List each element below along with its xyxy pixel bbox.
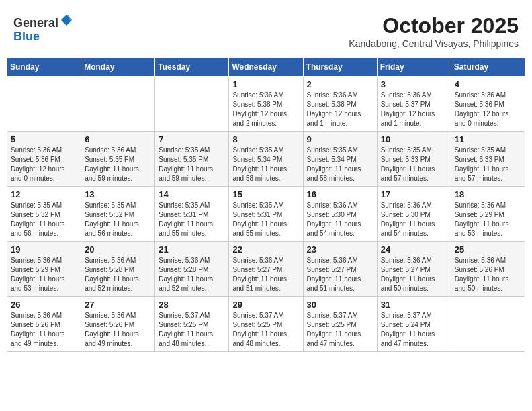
calendar-cell: 29Sunrise: 5:37 AMSunset: 5:25 PMDayligh… [229,297,303,352]
day-info: Sunrise: 5:36 AMSunset: 5:27 PMDaylight:… [232,256,299,293]
day-number: 4 [455,79,521,89]
day-number: 28 [159,300,225,310]
day-number: 9 [307,134,373,144]
calendar-cell: 15Sunrise: 5:35 AMSunset: 5:31 PMDayligh… [229,187,303,242]
location-text: Kandabong, Central Visayas, Philippines [349,38,519,49]
calendar-cell: 6Sunrise: 5:36 AMSunset: 5:35 PMDaylight… [81,132,155,187]
calendar-week-row: 12Sunrise: 5:35 AMSunset: 5:32 PMDayligh… [7,187,525,242]
calendar-cell: 19Sunrise: 5:36 AMSunset: 5:29 PMDayligh… [7,242,81,297]
day-info: Sunrise: 5:36 AMSunset: 5:29 PMDaylight:… [11,256,77,293]
day-info: Sunrise: 5:36 AMSunset: 5:36 PMDaylight:… [455,91,521,128]
day-number: 1 [232,79,299,89]
day-info: Sunrise: 5:37 AMSunset: 5:24 PMDaylight:… [381,311,447,349]
day-number: 24 [381,244,447,255]
day-number: 13 [85,189,151,199]
day-number: 10 [381,134,447,144]
day-info: Sunrise: 5:36 AMSunset: 5:38 PMDaylight:… [232,91,299,128]
day-number: 20 [85,244,151,255]
day-number: 30 [307,300,373,310]
day-number: 19 [11,244,77,255]
calendar-week-row: 26Sunrise: 5:36 AMSunset: 5:26 PMDayligh… [7,297,525,352]
calendar-cell: 26Sunrise: 5:36 AMSunset: 5:26 PMDayligh… [7,297,81,352]
day-number: 16 [307,189,373,199]
calendar-cell: 27Sunrise: 5:36 AMSunset: 5:26 PMDayligh… [81,297,155,352]
day-number: 29 [232,300,299,310]
calendar-cell: 8Sunrise: 5:35 AMSunset: 5:34 PMDaylight… [229,132,303,187]
day-info: Sunrise: 5:35 AMSunset: 5:35 PMDaylight:… [159,146,225,183]
day-info: Sunrise: 5:35 AMSunset: 5:33 PMDaylight:… [381,146,447,183]
day-info: Sunrise: 5:36 AMSunset: 5:30 PMDaylight:… [381,201,447,238]
calendar-cell: 22Sunrise: 5:36 AMSunset: 5:27 PMDayligh… [229,242,303,297]
calendar-cell: 24Sunrise: 5:36 AMSunset: 5:27 PMDayligh… [377,242,451,297]
day-number: 22 [232,244,299,255]
day-number: 27 [85,300,151,310]
weekday-header: Saturday [451,58,525,77]
weekday-header: Sunday [7,58,81,77]
day-number: 5 [11,134,77,144]
day-number: 3 [381,79,447,89]
day-info: Sunrise: 5:35 AMSunset: 5:31 PMDaylight:… [159,201,225,238]
weekday-header: Thursday [303,58,377,77]
title-area: October 2025 Kandabong, Central Visayas,… [349,13,519,49]
weekday-header: Tuesday [155,58,229,77]
day-info: Sunrise: 5:35 AMSunset: 5:32 PMDaylight:… [85,201,151,238]
day-info: Sunrise: 5:36 AMSunset: 5:27 PMDaylight:… [381,256,447,293]
calendar-week-row: 5Sunrise: 5:36 AMSunset: 5:36 PMDaylight… [7,132,525,187]
calendar-cell: 28Sunrise: 5:37 AMSunset: 5:25 PMDayligh… [155,297,229,352]
calendar-cell: 1Sunrise: 5:36 AMSunset: 5:38 PMDaylight… [229,77,303,132]
day-info: Sunrise: 5:36 AMSunset: 5:36 PMDaylight:… [11,146,77,183]
day-number: 12 [11,189,77,199]
day-info: Sunrise: 5:37 AMSunset: 5:25 PMDaylight:… [307,311,373,349]
day-number: 21 [159,244,225,255]
weekday-header: Friday [377,58,451,77]
day-info: Sunrise: 5:35 AMSunset: 5:34 PMDaylight:… [307,146,373,183]
weekday-header: Wednesday [229,58,303,77]
day-info: Sunrise: 5:36 AMSunset: 5:26 PMDaylight:… [85,311,151,349]
calendar-cell: 3Sunrise: 5:36 AMSunset: 5:37 PMDaylight… [377,77,451,132]
calendar-cell: 9Sunrise: 5:35 AMSunset: 5:34 PMDaylight… [303,132,377,187]
calendar-header: SundayMondayTuesdayWednesdayThursdayFrid… [7,58,525,77]
day-number: 8 [232,134,299,144]
day-info: Sunrise: 5:36 AMSunset: 5:27 PMDaylight:… [307,256,373,293]
header: General Blue October 2025 Kandabong, Cen… [7,7,525,52]
calendar-week-row: 1Sunrise: 5:36 AMSunset: 5:38 PMDaylight… [7,77,525,132]
day-info: Sunrise: 5:36 AMSunset: 5:37 PMDaylight:… [381,91,447,128]
day-number: 6 [85,134,151,144]
calendar-week-row: 19Sunrise: 5:36 AMSunset: 5:29 PMDayligh… [7,242,525,297]
day-info: Sunrise: 5:36 AMSunset: 5:28 PMDaylight:… [85,256,151,293]
calendar-cell [7,77,81,132]
day-number: 25 [455,244,521,255]
weekday-header: Monday [81,58,155,77]
calendar-cell: 30Sunrise: 5:37 AMSunset: 5:25 PMDayligh… [303,297,377,352]
day-number: 2 [307,79,373,89]
calendar-cell [81,77,155,132]
calendar-cell: 25Sunrise: 5:36 AMSunset: 5:26 PMDayligh… [451,242,525,297]
calendar-cell: 20Sunrise: 5:36 AMSunset: 5:28 PMDayligh… [81,242,155,297]
day-info: Sunrise: 5:36 AMSunset: 5:26 PMDaylight:… [11,311,77,349]
day-info: Sunrise: 5:36 AMSunset: 5:26 PMDaylight:… [455,256,521,293]
day-number: 11 [455,134,521,144]
calendar-cell: 16Sunrise: 5:36 AMSunset: 5:30 PMDayligh… [303,187,377,242]
day-info: Sunrise: 5:36 AMSunset: 5:29 PMDaylight:… [455,201,521,238]
calendar: SundayMondayTuesdayWednesdayThursdayFrid… [7,58,525,352]
logo-general-text: General [13,16,58,30]
day-number: 14 [159,189,225,199]
day-info: Sunrise: 5:36 AMSunset: 5:38 PMDaylight:… [307,91,373,128]
day-number: 15 [232,189,299,199]
logo-icon [60,13,73,27]
calendar-cell: 23Sunrise: 5:36 AMSunset: 5:27 PMDayligh… [303,242,377,297]
day-info: Sunrise: 5:37 AMSunset: 5:25 PMDaylight:… [232,311,299,349]
day-number: 26 [11,300,77,310]
day-info: Sunrise: 5:36 AMSunset: 5:28 PMDaylight:… [159,256,225,293]
day-number: 18 [455,189,521,199]
calendar-cell: 11Sunrise: 5:35 AMSunset: 5:33 PMDayligh… [451,132,525,187]
calendar-cell: 2Sunrise: 5:36 AMSunset: 5:38 PMDaylight… [303,77,377,132]
calendar-cell: 14Sunrise: 5:35 AMSunset: 5:31 PMDayligh… [155,187,229,242]
calendar-cell: 17Sunrise: 5:36 AMSunset: 5:30 PMDayligh… [377,187,451,242]
day-number: 17 [381,189,447,199]
calendar-cell: 10Sunrise: 5:35 AMSunset: 5:33 PMDayligh… [377,132,451,187]
calendar-cell: 12Sunrise: 5:35 AMSunset: 5:32 PMDayligh… [7,187,81,242]
calendar-body: 1Sunrise: 5:36 AMSunset: 5:38 PMDaylight… [7,77,525,352]
month-title: October 2025 [349,13,519,38]
calendar-cell: 21Sunrise: 5:36 AMSunset: 5:28 PMDayligh… [155,242,229,297]
